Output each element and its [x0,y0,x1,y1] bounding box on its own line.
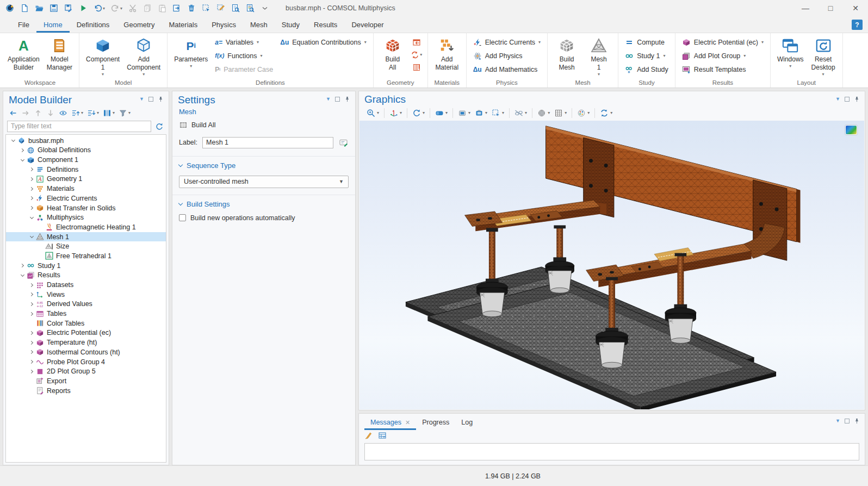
tree-expander-icon[interactable] [18,159,27,161]
clear-messages-button[interactable] [364,431,373,441]
new-file-button[interactable] [18,2,31,15]
ribbon-study-1-button[interactable]: Study 1▾ [622,49,671,63]
tree-item-geometry-1[interactable]: AGeometry 1 [6,175,166,184]
rotate-button[interactable]: ▾ [410,108,427,119]
copy-button[interactable] [141,2,154,15]
close-tab-icon[interactable]: ✕ [405,420,410,426]
tree-item-heat-transfer-in-solids[interactable]: Heat Transfer in Solids [6,203,166,213]
ribbon-add-plot-group-button[interactable]: Add Plot Group▾ [679,49,766,63]
tree-expander-icon[interactable] [28,236,36,238]
ribbon-add-mathematics-button[interactable]: ΔuAdd Mathematics [470,63,543,76]
tab-definitions[interactable]: Definitions [70,18,117,33]
tab-log[interactable]: Log [455,415,479,430]
tree-expander-icon[interactable] [28,313,36,315]
ribbon-component-1-button[interactable]: Component 1▾ [83,35,122,77]
customize-toolbar-button[interactable] [258,2,271,15]
tree-item-multiphysics[interactable]: Multiphysics [6,213,166,222]
ribbon-reset-desktop-button[interactable]: Reset Desktop▾ [808,35,839,77]
tab-physics[interactable]: Physics [204,18,243,33]
panel-menu-button[interactable]: ▼ [139,97,144,102]
run-button[interactable] [77,2,90,15]
model-tree-nodes-button[interactable]: ▾ [102,108,116,119]
clear-selection-button[interactable] [214,2,227,15]
image-button[interactable]: ▾ [456,108,473,119]
tree-item-size[interactable]: Size [6,241,166,251]
tree-item-export[interactable]: Export [6,376,166,386]
tree-item-isothermal-contours-ht[interactable]: Isothermal Contours (ht) [6,347,166,357]
insert-sequence-button[interactable] [410,36,424,48]
panel-menu-button[interactable]: ▼ [326,97,331,102]
panel-pin-button[interactable] [344,96,350,102]
tree-item-2d-plot-group-5[interactable]: 2D Plot Group 5 [6,366,166,376]
panel-pin-button[interactable] [854,96,860,102]
tree-expander-icon[interactable] [28,178,36,180]
tree-expander-icon[interactable] [28,284,36,286]
sequence-type-section-header[interactable]: Sequence Type [179,161,349,170]
refresh-icon[interactable] [154,121,165,132]
hide-button[interactable]: ▾ [512,108,529,119]
ribbon-add-study-button[interactable]: Add Study [622,63,671,76]
ribbon-application-builder-button[interactable]: AApplication Builder [5,35,42,72]
open-button[interactable] [33,2,46,15]
tree-expander-icon[interactable] [18,275,27,276]
tab-materials[interactable]: Materials [162,18,204,33]
panel-menu-button[interactable]: ▼ [835,419,840,423]
tree-expander-icon[interactable] [28,332,36,334]
label-edit-icon[interactable] [338,138,349,148]
tree-expander-icon[interactable] [28,293,36,296]
move-down-button[interactable] [45,108,56,119]
undo-button[interactable]: ▾ [91,2,107,15]
panel-menu-button[interactable]: ▼ [835,97,840,102]
panel-pin-button[interactable] [158,96,164,102]
save-button[interactable] [47,2,60,15]
tree-item-electromagnetic-heating-1[interactable]: Electromagnetic Heating 1 [6,222,166,232]
collapse-button[interactable]: ▾ [70,108,84,119]
ribbon-electric-currents-button[interactable]: Electric Currents▾ [470,35,543,49]
tree-expander-icon[interactable] [28,217,36,219]
view-axes-button[interactable]: ▾ [387,108,404,119]
grid-button[interactable]: ▾ [552,108,569,119]
panel-pin-button[interactable] [854,418,860,424]
tree-item-derived-values[interactable]: 8.85e-12Derived Values [6,300,166,309]
maximize-button[interactable]: □ [818,0,843,16]
ribbon-compute-button[interactable]: Compute [622,35,671,49]
tree-item-tables[interactable]: Tables [6,309,166,319]
panel-float-button[interactable] [335,97,340,102]
tab-mesh[interactable]: Mesh [243,18,275,33]
expand-button[interactable]: ▾ [86,108,100,119]
tree-item-materials[interactable]: Materials [6,184,166,194]
ribbon-model-manager-button[interactable]: Model Manager [44,35,75,72]
tree-item-reports[interactable]: Reports [6,386,166,396]
tree-expander-icon[interactable] [28,188,36,190]
tab-messages[interactable]: Messages✕ [364,415,416,430]
help-button[interactable]: ? [852,20,863,30]
scene-button[interactable]: ▾ [433,108,450,119]
tree-item-global-definitions[interactable]: Global Definitions [6,146,166,155]
ribbon-windows-button[interactable]: Windows▾ [774,35,807,68]
duplicate-button[interactable] [170,2,183,15]
paste-button[interactable] [156,2,169,15]
tree-item-electric-currents[interactable]: Electric Currents [6,194,166,203]
ribbon-result-templates-button[interactable]: Result Templates [679,63,766,76]
panel-float-button[interactable] [845,97,850,102]
tree-item-study-1[interactable]: Study 1 [6,261,166,271]
minimize-button[interactable]: — [793,0,818,16]
tree-item-probe-plot-group-4[interactable]: Probe Plot Group 4 [6,357,166,367]
tab-file[interactable]: File [11,18,36,33]
tree-expander-icon[interactable] [28,341,36,344]
tree-expander-icon[interactable] [28,370,36,373]
graphics-canvas[interactable] [359,121,864,409]
build-settings-section-header[interactable]: Build Settings [179,200,349,208]
tab-home[interactable]: Home [36,18,70,33]
tree-item-mesh-1[interactable]: Mesh 1 [6,232,166,242]
panel-float-button[interactable] [148,97,153,102]
ribbon-build-mesh-button[interactable]: Build Mesh [551,35,582,72]
tree-item-color-tables[interactable]: Color Tables [6,319,166,328]
close-button[interactable]: ✕ [843,0,868,16]
select-button[interactable] [200,2,213,15]
tree-expander-icon[interactable] [28,351,36,353]
tab-progress[interactable]: Progress [416,415,455,430]
tree-item-definitions[interactable]: Definitions [6,165,166,175]
forward-button[interactable] [20,108,31,119]
tree-item-free-tetrahedral-1[interactable]: Free Tetrahedral 1 [6,251,166,261]
